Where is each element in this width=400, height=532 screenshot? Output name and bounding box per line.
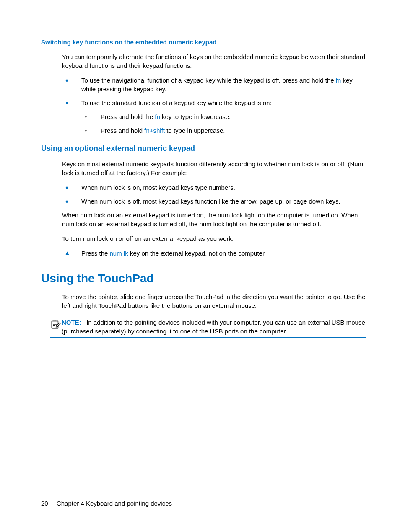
text: Press the xyxy=(81,250,110,257)
text: Press and hold xyxy=(101,127,144,134)
heading-using-touchpad: Using the TouchPad xyxy=(41,270,366,287)
list-item: When num lock is on, most keypad keys ty… xyxy=(62,183,366,192)
heading-switching-key-functions: Switching key functions on the embedded … xyxy=(41,38,366,46)
plus: + xyxy=(150,127,153,134)
paragraph: When num lock on an external keypad is t… xyxy=(62,211,366,228)
list-item: Press the num lk key on the external key… xyxy=(62,249,366,258)
bullet-list: When num lock is on, most keypad keys ty… xyxy=(62,183,366,206)
paragraph: To move the pointer, slide one finger ac… xyxy=(62,292,366,310)
paragraph: To turn num lock on or off on an externa… xyxy=(62,234,366,243)
chapter-label: Chapter 4 Keyboard and pointing devices xyxy=(57,500,172,507)
step-list: Press the num lk key on the external key… xyxy=(62,249,366,258)
list-item: To use the navigational function of a ke… xyxy=(62,76,366,93)
sub-list: Press and hold the fn key to type in low… xyxy=(81,112,366,135)
list-item: When num lock is off, most keypad keys f… xyxy=(62,197,366,206)
key-fn: fn xyxy=(155,113,160,120)
key-numlk: num lk xyxy=(110,250,128,257)
text: To use the navigational function of a ke… xyxy=(81,77,336,84)
key-fn: fn xyxy=(144,127,150,134)
note-icon xyxy=(50,319,61,330)
page-number: 20 xyxy=(41,499,48,508)
note-body: In addition to the pointing devices incl… xyxy=(62,319,365,335)
bullet-list: To use the navigational function of a ke… xyxy=(62,76,366,135)
paragraph: You can temporarily alternate the functi… xyxy=(62,52,366,70)
text: Press and hold the xyxy=(101,113,155,120)
key-shift: shift xyxy=(153,127,165,134)
note-box: NOTE: In addition to the pointing device… xyxy=(50,316,366,338)
paragraph: Keys on most external numeric keypads fu… xyxy=(62,160,366,177)
list-item: Press and hold fn+shift to type in upper… xyxy=(81,126,366,135)
list-item: To use the standard function of a keypad… xyxy=(62,98,366,135)
text: To use the standard function of a keypad… xyxy=(81,99,272,106)
heading-external-keypad: Using an optional external numeric keypa… xyxy=(41,143,366,154)
note-label: NOTE: xyxy=(62,319,81,326)
list-item: Press and hold the fn key to type in low… xyxy=(81,112,366,121)
text: key to type in lowercase. xyxy=(160,113,231,120)
note-text: NOTE: In addition to the pointing device… xyxy=(62,318,366,336)
text: key on the external keypad, not on the c… xyxy=(128,250,266,257)
text: to type in uppercase. xyxy=(165,127,225,134)
key-fn: fn xyxy=(336,77,341,84)
page-footer: 20 Chapter 4 Keyboard and pointing devic… xyxy=(41,499,366,508)
